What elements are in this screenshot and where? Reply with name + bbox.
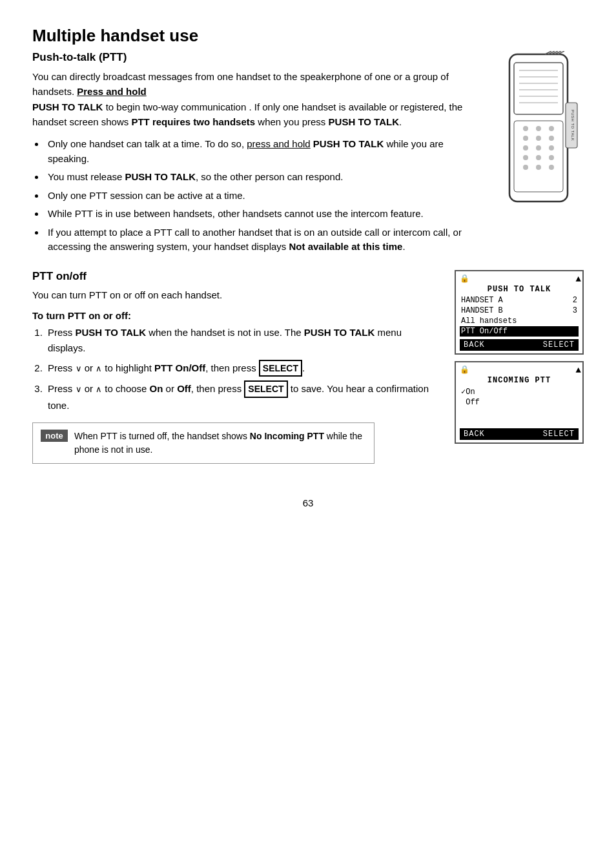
svg-point-21 — [523, 165, 528, 170]
svg-point-17 — [549, 145, 554, 151]
step-1: Press PUSH TO TALK when the handset is n… — [45, 325, 442, 356]
screen1-row4-highlighted: PTT On/Off — [460, 326, 579, 337]
screen1-topbar: 🔒 — [460, 274, 579, 284]
step-2: Press ∨ or ∧ to highlight PTT On/Off, th… — [45, 360, 442, 377]
screen1-row3: All handsets — [460, 316, 579, 326]
arrow-up-icon-2: ▲ — [576, 365, 581, 375]
note-text: When PTT is turned off, the handset show… — [74, 430, 366, 457]
select-box-1: SELECT — [259, 360, 302, 377]
note-label: note — [41, 430, 68, 442]
screen1-back-label: BACK — [464, 340, 485, 349]
screen1-select-label: SELECT — [543, 340, 575, 349]
svg-point-10 — [536, 126, 541, 131]
bullet-5: If you attempt to place a PTT call to an… — [45, 225, 487, 255]
svg-point-13 — [536, 136, 541, 141]
svg-text:PUSH TO TALK: PUSH TO TALK — [571, 110, 575, 141]
svg-point-20 — [549, 155, 554, 160]
svg-point-15 — [523, 145, 528, 151]
screen-mockup-1: ▲ 🔒 PUSH TO TALK HANDSET A2 HANDSET B3 A… — [455, 270, 584, 355]
screen2-topbar: 🔒 — [460, 365, 579, 375]
svg-point-14 — [549, 136, 554, 141]
svg-point-23 — [549, 165, 554, 170]
svg-point-9 — [523, 126, 528, 131]
page-title: Multiple handset use — [32, 26, 584, 46]
section1-intro: You can directly broadcast messages from… — [32, 69, 487, 129]
screen2-title: INCOMING PTT — [460, 376, 579, 385]
screen2-bottombar: BACK SELECT — [460, 428, 579, 440]
screen1-title: PUSH TO TALK — [460, 285, 579, 294]
lock-icon: 🔒 — [460, 274, 469, 284]
section2-title: PTT on/off — [32, 270, 442, 283]
svg-point-19 — [536, 155, 541, 160]
screen2-spacer — [460, 408, 579, 426]
arrow-up-icon: ▲ — [576, 274, 581, 284]
handset-device-svg: PUSH TO TALK — [500, 51, 584, 206]
bullet-3: Only one PTT session can be active at a … — [45, 189, 487, 203]
section1-content: Push-to-talk (PTT) You can directly broa… — [32, 51, 487, 264]
page-number: 63 — [32, 497, 584, 508]
svg-point-12 — [523, 136, 528, 141]
screen2-select-label: SELECT — [543, 430, 575, 439]
bullet-1: Only one handset can talk at a time. To … — [45, 137, 487, 166]
bullet-2: You must release PUSH TO TALK, so the ot… — [45, 170, 487, 185]
step-3: Press ∨ or ∧ to choose On or Off, then p… — [45, 380, 442, 413]
sub-section-title: To turn PTT on or off: — [32, 310, 442, 321]
note-box: note When PTT is turned off, the handset… — [32, 422, 375, 464]
section1-title: Push-to-talk (PTT) — [32, 51, 487, 64]
screen1-bottombar: BACK SELECT — [460, 339, 579, 351]
screen1-row1: HANDSET A2 — [460, 295, 579, 306]
screen2-back-label: BACK — [464, 430, 485, 439]
bullet-4: While PTT is in use between handsets, ot… — [45, 207, 487, 222]
select-box-2: SELECT — [244, 380, 287, 397]
device-illustration: PUSH TO TALK — [500, 51, 584, 264]
screen1-row2: HANDSET B3 — [460, 306, 579, 316]
svg-point-11 — [549, 126, 554, 131]
steps-list: Press PUSH TO TALK when the handset is n… — [45, 325, 442, 413]
bullets-list: Only one handset can talk at a time. To … — [45, 137, 487, 255]
svg-point-16 — [536, 145, 541, 151]
svg-point-22 — [536, 165, 541, 170]
lock-icon-2: 🔒 — [460, 365, 469, 375]
section2-content: PTT on/off You can turn PTT on or off on… — [32, 270, 584, 472]
section2-intro: You can turn PTT on or off on each hands… — [32, 288, 442, 303]
screen-mockup-2: ▲ 🔒 INCOMING PTT ✓On Off BACK SELECT — [455, 361, 584, 444]
svg-point-18 — [523, 155, 528, 160]
screen2-row1: ✓On — [460, 386, 579, 397]
screen2-row2: Off — [460, 397, 579, 408]
screens-block: ▲ 🔒 PUSH TO TALK HANDSET A2 HANDSET B3 A… — [455, 270, 584, 472]
page-content: Multiple handset use Push-to-talk (PTT) … — [32, 26, 584, 508]
section2-left: PTT on/off You can turn PTT on or off on… — [32, 270, 442, 472]
